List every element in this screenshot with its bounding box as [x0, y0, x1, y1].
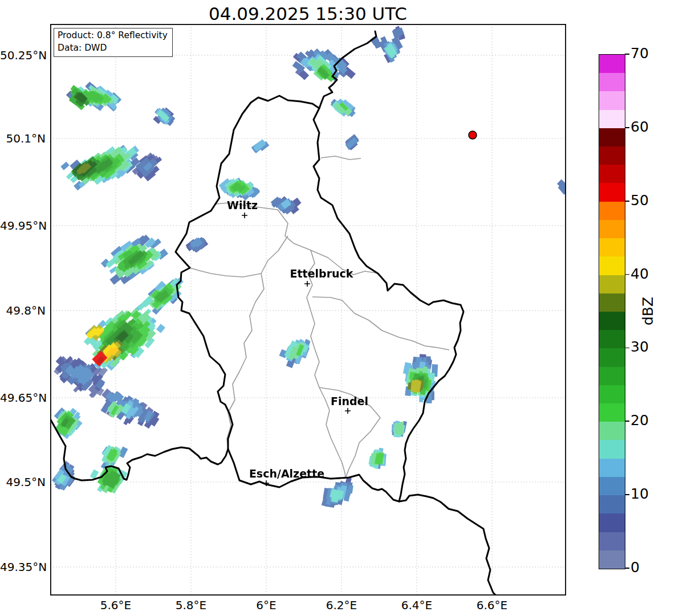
colorbar-segment [599, 495, 625, 513]
colorbar-segment [599, 183, 625, 201]
map-plot-area: WiltzEttelbruckFindelEsch/Alzette [50, 24, 566, 595]
colorbar-segment [599, 165, 625, 183]
colorbar-tick-label: 30 [631, 339, 649, 356]
colorbar-tick-label: 70 [631, 45, 649, 62]
colorbar-segment [599, 550, 625, 569]
colorbar-unit-label: dBZ [640, 297, 656, 325]
colorbar-segment [599, 128, 625, 146]
colorbar-segment [599, 293, 625, 312]
colorbar-tick-mark [625, 348, 629, 349]
plot-frame [51, 25, 566, 595]
colorbar-segment [599, 348, 625, 366]
colorbar-tick-mark [625, 494, 629, 495]
colorbar-segment [599, 275, 625, 293]
colorbar-segment [599, 220, 625, 238]
figure-title: 04.09.2025 15:30 UTC [209, 3, 407, 24]
colorbar-tick-label: 40 [631, 266, 649, 282]
colorbar-segment [599, 403, 625, 422]
y-axis-tick-label: 49.95°N [0, 219, 46, 232]
x-axis-tick-label: 5.6°E [100, 598, 131, 612]
city-marker: Wiltz [227, 199, 258, 218]
colorbar-tick-mark [625, 201, 629, 202]
colorbar-tick-label: 60 [631, 119, 649, 135]
colorbar-segment [599, 440, 625, 458]
radar-figure: 04.09.2025 15:30 UTC WiltzEttelbruckFind… [0, 0, 675, 616]
colorbar-segment [599, 146, 625, 165]
y-axis-tick-label: 49.35°N [0, 560, 46, 574]
colorbar-tick-mark [625, 127, 629, 128]
colorbar-tick-mark [625, 421, 629, 422]
colorbar-segment [599, 256, 625, 275]
colorbar [599, 54, 625, 569]
x-axis-tick-label: 6.6°E [477, 598, 507, 612]
colorbar-tick-mark [625, 568, 629, 569]
colorbar-segment [599, 238, 625, 256]
colorbar-segment [599, 422, 625, 440]
colorbar-tick-label: 0 [631, 559, 640, 576]
country-borders [50, 31, 496, 595]
colorbar-tick-label: 10 [631, 486, 649, 502]
colorbar-segment [599, 202, 625, 220]
colorbar-segment [599, 477, 625, 495]
y-axis-tick-label: 49.65°N [0, 391, 46, 405]
colorbar-segment [599, 312, 625, 330]
x-axis-tick-label: 5.8°E [176, 598, 206, 612]
colorbar-segment [599, 91, 625, 109]
colorbar-tick-mark [625, 54, 629, 55]
city-label: Ettelbruck [290, 267, 353, 280]
colorbar-tick-label: 20 [631, 413, 649, 429]
y-axis-tick-label: 49.8°N [0, 304, 46, 317]
x-axis-tick-label: 6.4°E [401, 598, 432, 612]
colorbar-segment [599, 73, 625, 91]
product-info-box: Product: 0.8° Reflectivity Data: DWD [54, 28, 173, 57]
city-marker: Findel [331, 395, 368, 414]
colorbar-segment [599, 110, 625, 128]
colorbar-segment [599, 330, 625, 348]
city-label: Esch/Alzette [249, 467, 324, 480]
colorbar-segment [599, 459, 625, 477]
colorbar-segment [599, 385, 625, 403]
city-label: Wiltz [227, 199, 258, 211]
colorbar-tick-mark [625, 274, 629, 275]
colorbar-tick-label: 50 [631, 192, 649, 209]
y-axis-tick-label: 49.5°N [0, 475, 46, 489]
city-marker: Ettelbruck [290, 267, 353, 287]
product-info-line2: Data: DWD [58, 42, 168, 55]
colorbar-segment [599, 532, 625, 550]
y-axis-tick-label: 50.1°N [0, 132, 46, 145]
colorbar-segment [599, 367, 625, 385]
x-axis-tick-label: 6°E [256, 598, 276, 612]
gridlines [50, 24, 566, 595]
radar-site-dot [469, 131, 477, 139]
y-axis-tick-label: 50.25°N [0, 48, 46, 62]
x-axis-tick-label: 6.2°E [326, 598, 357, 612]
colorbar-segment [599, 55, 625, 73]
city-label: Findel [331, 395, 368, 407]
colorbar-segment [599, 513, 625, 532]
product-info-line1: Product: 0.8° Reflectivity [58, 30, 168, 42]
